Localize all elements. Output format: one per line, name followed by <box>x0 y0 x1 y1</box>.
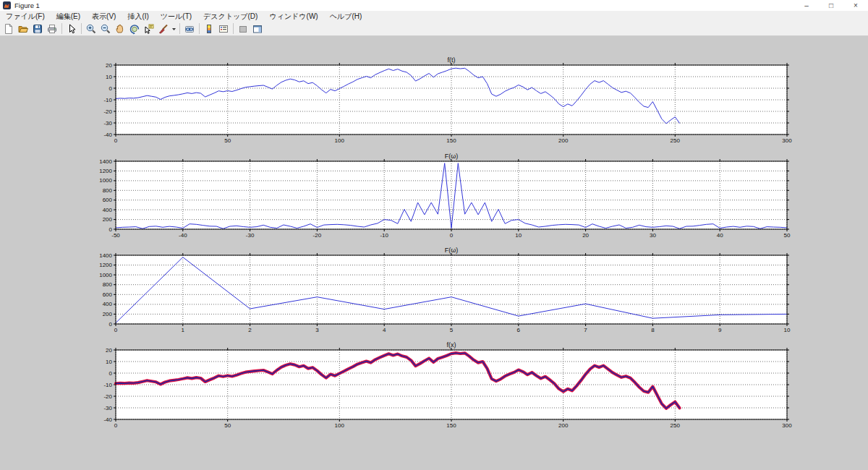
svg-text:200: 200 <box>558 137 569 144</box>
svg-text:10: 10 <box>106 74 112 80</box>
svg-text:50: 50 <box>224 137 231 144</box>
svg-text:9: 9 <box>718 327 722 333</box>
svg-text:-10: -10 <box>103 97 112 103</box>
toolbar-separator <box>179 23 180 34</box>
edit-plot-button[interactable] <box>64 22 79 35</box>
svg-text:0: 0 <box>109 321 113 328</box>
title-bar: Figure 1 – □ × <box>0 0 868 11</box>
menu-tools[interactable]: ツール(T) <box>155 11 197 22</box>
svg-text:10: 10 <box>515 232 522 239</box>
hide-plot-tools-icon <box>237 23 249 35</box>
svg-text:20: 20 <box>582 232 589 239</box>
svg-text:1000: 1000 <box>99 177 112 184</box>
svg-text:100: 100 <box>335 422 345 429</box>
svg-text:6: 6 <box>517 327 521 333</box>
svg-text:20: 20 <box>106 347 112 354</box>
insert-colorbar-button[interactable] <box>202 22 216 35</box>
printer-icon <box>46 23 58 35</box>
menu-desktop[interactable]: デスクトップ(D) <box>197 11 263 22</box>
save-figure-button[interactable] <box>30 22 45 35</box>
menu-window[interactable]: ウィンドウ(W) <box>263 11 323 22</box>
maximize-button[interactable]: □ <box>819 0 843 11</box>
svg-text:50: 50 <box>784 232 791 239</box>
open-folder-icon <box>17 23 29 35</box>
svg-text:1: 1 <box>182 327 185 333</box>
menu-bar: ファイル(F) 編集(E) 表示(V) 挿入(I) ツール(T) デスクトップ(… <box>0 11 868 22</box>
hide-plot-tools-button[interactable] <box>236 22 250 35</box>
menu-edit[interactable]: 編集(E) <box>51 11 86 22</box>
figure-toolbar <box>0 22 868 36</box>
svg-text:150: 150 <box>446 422 456 429</box>
svg-text:800: 800 <box>103 187 113 194</box>
svg-text:100: 100 <box>335 137 345 144</box>
svg-text:10: 10 <box>106 359 112 365</box>
svg-text:300: 300 <box>782 137 792 144</box>
arrow-cursor-icon <box>66 23 77 35</box>
svg-text:-50: -50 <box>111 232 120 239</box>
window-controls: – □ × <box>794 0 868 11</box>
insert-legend-button[interactable] <box>216 22 231 35</box>
svg-text:8: 8 <box>651 327 655 333</box>
link-plot-button[interactable] <box>182 22 197 35</box>
brush-options-dropdown-button[interactable] <box>171 22 177 35</box>
svg-text:-30: -30 <box>103 405 112 411</box>
svg-text:250: 250 <box>671 137 681 144</box>
svg-text:5: 5 <box>450 327 454 333</box>
svg-text:1200: 1200 <box>99 168 112 174</box>
menu-help[interactable]: ヘルプ(H) <box>324 11 368 22</box>
new-document-icon <box>3 23 14 35</box>
svg-text:1000: 1000 <box>99 272 112 278</box>
plot-reconstruction[interactable]: 050100150200250300-40-30-20-1001020 <box>0 335 868 434</box>
svg-text:2: 2 <box>248 327 252 333</box>
svg-text:3: 3 <box>315 327 319 333</box>
menu-file[interactable]: ファイル(F) <box>0 11 51 22</box>
figure-window: Figure 1 – □ × ファイル(F) 編集(E) 表示(V) 挿入(I)… <box>0 0 868 470</box>
menu-view[interactable]: 表示(V) <box>86 11 122 22</box>
svg-text:800: 800 <box>103 281 113 288</box>
figure-canvas: f(t) F(ω) F(ω) f(x) 050100150200250300-4… <box>0 36 868 470</box>
svg-text:0: 0 <box>114 137 118 144</box>
svg-text:10: 10 <box>784 327 791 333</box>
brush-icon <box>158 23 169 35</box>
svg-text:-20: -20 <box>313 232 322 239</box>
zoom-in-button[interactable] <box>84 22 98 35</box>
menu-insert[interactable]: 挿入(I) <box>122 11 154 22</box>
svg-text:4: 4 <box>383 327 386 333</box>
svg-text:-10: -10 <box>380 232 388 239</box>
rotate-3d-button[interactable] <box>127 22 142 35</box>
svg-text:150: 150 <box>446 137 456 144</box>
svg-text:200: 200 <box>558 422 569 429</box>
svg-text:0: 0 <box>114 422 118 429</box>
svg-text:400: 400 <box>103 301 113 307</box>
svg-text:-20: -20 <box>103 393 112 400</box>
svg-text:0: 0 <box>109 370 113 377</box>
window-title: Figure 1 <box>14 0 40 11</box>
svg-text:-40: -40 <box>103 416 112 423</box>
open-file-button[interactable] <box>16 22 30 35</box>
magnifier-plus-icon <box>85 23 97 35</box>
pan-button[interactable] <box>113 22 127 35</box>
svg-text:50: 50 <box>224 422 231 429</box>
plot-spectrum-low-freq[interactable]: 0123456789100200400600800100012001400 <box>0 241 868 335</box>
new-figure-button[interactable] <box>1 22 16 35</box>
plot-signal-time-domain[interactable]: 050100150200250300-40-30-20-1001020 <box>0 43 868 152</box>
rotate-arrow-icon <box>129 23 140 35</box>
show-plot-tools-button[interactable] <box>250 22 265 35</box>
toolbar-separator <box>199 23 200 34</box>
svg-text:400: 400 <box>103 207 113 213</box>
svg-text:20: 20 <box>106 62 112 69</box>
svg-text:30: 30 <box>650 232 656 239</box>
svg-text:0: 0 <box>450 232 454 239</box>
plot-spectrum-full[interactable]: -50-40-30-20-100102030405002004006008001… <box>0 145 868 241</box>
caret-down-icon <box>171 23 176 35</box>
close-button[interactable]: × <box>843 0 868 11</box>
save-floppy-icon <box>32 23 43 35</box>
print-figure-button[interactable] <box>45 22 59 35</box>
data-cursor-button[interactable] <box>142 22 156 35</box>
zoom-out-button[interactable] <box>98 22 113 35</box>
minimize-button[interactable]: – <box>794 0 819 11</box>
brush-data-button[interactable] <box>156 22 171 35</box>
svg-text:600: 600 <box>103 291 113 298</box>
svg-text:200: 200 <box>103 216 113 223</box>
show-plot-tools-icon <box>252 23 263 35</box>
